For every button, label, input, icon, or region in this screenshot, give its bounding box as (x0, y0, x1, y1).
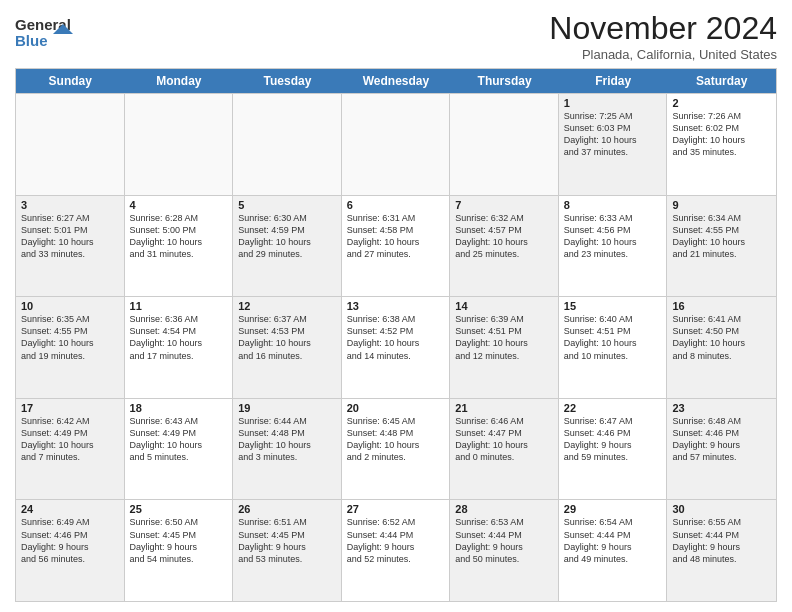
day-number: 21 (455, 402, 553, 414)
logo-icon: General Blue (15, 12, 75, 52)
day-number: 2 (672, 97, 771, 109)
day-info: Sunrise: 6:41 AM Sunset: 4:50 PM Dayligh… (672, 313, 771, 362)
calendar-cell (16, 94, 125, 195)
day-info: Sunrise: 7:25 AM Sunset: 6:03 PM Dayligh… (564, 110, 662, 159)
day-info: Sunrise: 6:45 AM Sunset: 4:48 PM Dayligh… (347, 415, 445, 464)
day-info: Sunrise: 6:55 AM Sunset: 4:44 PM Dayligh… (672, 516, 771, 565)
day-number: 8 (564, 199, 662, 211)
calendar-cell: 27Sunrise: 6:52 AM Sunset: 4:44 PM Dayli… (342, 500, 451, 601)
day-number: 3 (21, 199, 119, 211)
day-number: 23 (672, 402, 771, 414)
day-info: Sunrise: 6:44 AM Sunset: 4:48 PM Dayligh… (238, 415, 336, 464)
calendar-cell: 11Sunrise: 6:36 AM Sunset: 4:54 PM Dayli… (125, 297, 234, 398)
day-number: 7 (455, 199, 553, 211)
day-number: 17 (21, 402, 119, 414)
day-info: Sunrise: 6:54 AM Sunset: 4:44 PM Dayligh… (564, 516, 662, 565)
header-day-friday: Friday (559, 69, 668, 93)
calendar-row-1: 1Sunrise: 7:25 AM Sunset: 6:03 PM Daylig… (16, 93, 776, 195)
day-number: 11 (130, 300, 228, 312)
calendar-row-3: 10Sunrise: 6:35 AM Sunset: 4:55 PM Dayli… (16, 296, 776, 398)
calendar-cell: 3Sunrise: 6:27 AM Sunset: 5:01 PM Daylig… (16, 196, 125, 297)
day-number: 4 (130, 199, 228, 211)
location: Planada, California, United States (549, 47, 777, 62)
day-info: Sunrise: 6:51 AM Sunset: 4:45 PM Dayligh… (238, 516, 336, 565)
calendar-cell (450, 94, 559, 195)
day-info: Sunrise: 6:37 AM Sunset: 4:53 PM Dayligh… (238, 313, 336, 362)
day-info: Sunrise: 6:50 AM Sunset: 4:45 PM Dayligh… (130, 516, 228, 565)
calendar-cell: 29Sunrise: 6:54 AM Sunset: 4:44 PM Dayli… (559, 500, 668, 601)
day-info: Sunrise: 6:31 AM Sunset: 4:58 PM Dayligh… (347, 212, 445, 261)
day-info: Sunrise: 6:48 AM Sunset: 4:46 PM Dayligh… (672, 415, 771, 464)
day-info: Sunrise: 6:33 AM Sunset: 4:56 PM Dayligh… (564, 212, 662, 261)
header-day-monday: Monday (125, 69, 234, 93)
day-info: Sunrise: 6:32 AM Sunset: 4:57 PM Dayligh… (455, 212, 553, 261)
calendar-body: 1Sunrise: 7:25 AM Sunset: 6:03 PM Daylig… (16, 93, 776, 601)
day-info: Sunrise: 6:30 AM Sunset: 4:59 PM Dayligh… (238, 212, 336, 261)
day-info: Sunrise: 6:38 AM Sunset: 4:52 PM Dayligh… (347, 313, 445, 362)
calendar-cell: 17Sunrise: 6:42 AM Sunset: 4:49 PM Dayli… (16, 399, 125, 500)
calendar-cell: 21Sunrise: 6:46 AM Sunset: 4:47 PM Dayli… (450, 399, 559, 500)
day-number: 9 (672, 199, 771, 211)
calendar-cell: 5Sunrise: 6:30 AM Sunset: 4:59 PM Daylig… (233, 196, 342, 297)
calendar-cell: 4Sunrise: 6:28 AM Sunset: 5:00 PM Daylig… (125, 196, 234, 297)
day-info: Sunrise: 6:40 AM Sunset: 4:51 PM Dayligh… (564, 313, 662, 362)
day-info: Sunrise: 6:36 AM Sunset: 4:54 PM Dayligh… (130, 313, 228, 362)
calendar-cell: 6Sunrise: 6:31 AM Sunset: 4:58 PM Daylig… (342, 196, 451, 297)
calendar-cell: 22Sunrise: 6:47 AM Sunset: 4:46 PM Dayli… (559, 399, 668, 500)
day-number: 24 (21, 503, 119, 515)
day-info: Sunrise: 6:46 AM Sunset: 4:47 PM Dayligh… (455, 415, 553, 464)
calendar-row-4: 17Sunrise: 6:42 AM Sunset: 4:49 PM Dayli… (16, 398, 776, 500)
calendar-page: General Blue November 2024 Planada, Cali… (0, 0, 792, 612)
header-day-sunday: Sunday (16, 69, 125, 93)
day-number: 19 (238, 402, 336, 414)
calendar-cell: 8Sunrise: 6:33 AM Sunset: 4:56 PM Daylig… (559, 196, 668, 297)
calendar-cell (233, 94, 342, 195)
day-info: Sunrise: 6:47 AM Sunset: 4:46 PM Dayligh… (564, 415, 662, 464)
header-day-wednesday: Wednesday (342, 69, 451, 93)
day-number: 29 (564, 503, 662, 515)
calendar-row-5: 24Sunrise: 6:49 AM Sunset: 4:46 PM Dayli… (16, 499, 776, 601)
month-title: November 2024 (549, 10, 777, 47)
day-number: 28 (455, 503, 553, 515)
day-info: Sunrise: 6:52 AM Sunset: 4:44 PM Dayligh… (347, 516, 445, 565)
calendar-row-2: 3Sunrise: 6:27 AM Sunset: 5:01 PM Daylig… (16, 195, 776, 297)
day-info: Sunrise: 6:27 AM Sunset: 5:01 PM Dayligh… (21, 212, 119, 261)
day-number: 5 (238, 199, 336, 211)
calendar-cell: 13Sunrise: 6:38 AM Sunset: 4:52 PM Dayli… (342, 297, 451, 398)
calendar-cell: 7Sunrise: 6:32 AM Sunset: 4:57 PM Daylig… (450, 196, 559, 297)
calendar: SundayMondayTuesdayWednesdayThursdayFrid… (15, 68, 777, 602)
calendar-cell: 26Sunrise: 6:51 AM Sunset: 4:45 PM Dayli… (233, 500, 342, 601)
title-block: November 2024 Planada, California, Unite… (549, 10, 777, 62)
calendar-cell: 2Sunrise: 7:26 AM Sunset: 6:02 PM Daylig… (667, 94, 776, 195)
day-number: 10 (21, 300, 119, 312)
day-info: Sunrise: 6:35 AM Sunset: 4:55 PM Dayligh… (21, 313, 119, 362)
header-day-tuesday: Tuesday (233, 69, 342, 93)
day-info: Sunrise: 6:28 AM Sunset: 5:00 PM Dayligh… (130, 212, 228, 261)
day-info: Sunrise: 6:42 AM Sunset: 4:49 PM Dayligh… (21, 415, 119, 464)
calendar-cell: 18Sunrise: 6:43 AM Sunset: 4:49 PM Dayli… (125, 399, 234, 500)
calendar-cell: 23Sunrise: 6:48 AM Sunset: 4:46 PM Dayli… (667, 399, 776, 500)
calendar-cell (125, 94, 234, 195)
day-number: 14 (455, 300, 553, 312)
day-number: 26 (238, 503, 336, 515)
day-number: 1 (564, 97, 662, 109)
day-number: 6 (347, 199, 445, 211)
header-day-saturday: Saturday (667, 69, 776, 93)
calendar-header: SundayMondayTuesdayWednesdayThursdayFrid… (16, 69, 776, 93)
day-number: 18 (130, 402, 228, 414)
day-number: 25 (130, 503, 228, 515)
calendar-cell: 28Sunrise: 6:53 AM Sunset: 4:44 PM Dayli… (450, 500, 559, 601)
calendar-cell: 1Sunrise: 7:25 AM Sunset: 6:03 PM Daylig… (559, 94, 668, 195)
header: General Blue November 2024 Planada, Cali… (15, 10, 777, 62)
calendar-cell: 12Sunrise: 6:37 AM Sunset: 4:53 PM Dayli… (233, 297, 342, 398)
calendar-cell: 19Sunrise: 6:44 AM Sunset: 4:48 PM Dayli… (233, 399, 342, 500)
calendar-cell: 25Sunrise: 6:50 AM Sunset: 4:45 PM Dayli… (125, 500, 234, 601)
calendar-cell: 15Sunrise: 6:40 AM Sunset: 4:51 PM Dayli… (559, 297, 668, 398)
header-day-thursday: Thursday (450, 69, 559, 93)
day-number: 16 (672, 300, 771, 312)
day-info: Sunrise: 6:34 AM Sunset: 4:55 PM Dayligh… (672, 212, 771, 261)
calendar-cell: 10Sunrise: 6:35 AM Sunset: 4:55 PM Dayli… (16, 297, 125, 398)
day-number: 12 (238, 300, 336, 312)
day-number: 20 (347, 402, 445, 414)
day-number: 27 (347, 503, 445, 515)
